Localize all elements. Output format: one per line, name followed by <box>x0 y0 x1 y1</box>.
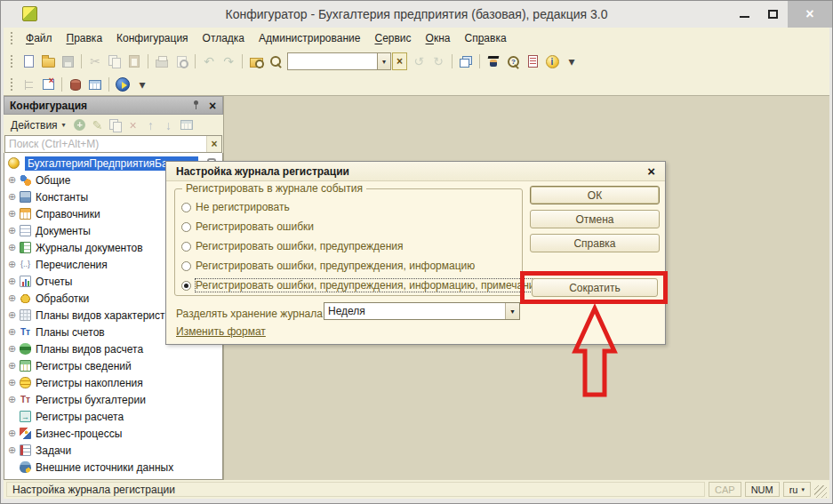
toolbar-overflow-icon[interactable]: ▾ <box>562 52 581 71</box>
close-button[interactable]: × <box>788 1 832 28</box>
print-preview-icon[interactable] <box>172 52 191 71</box>
clear-search-icon[interactable]: × <box>206 136 221 152</box>
expand-icon[interactable]: ⊕ <box>8 192 20 202</box>
syntax-check-icon[interactable] <box>484 52 503 71</box>
clear-search-icon[interactable]: × <box>392 52 407 70</box>
config-structure-icon[interactable] <box>19 75 38 94</box>
redo-icon[interactable]: ↷ <box>219 52 238 71</box>
add-icon[interactable]: + <box>71 116 89 133</box>
radio-button-icon[interactable] <box>181 261 191 271</box>
tree-item[interactable]: ⊕Регистры бухгалтерии <box>4 391 222 408</box>
tree-item[interactable]: ⊕Регистры накопления <box>4 374 222 391</box>
expand-icon[interactable]: ⊕ <box>8 260 20 269</box>
expand-icon[interactable]: ⊕ <box>8 276 20 286</box>
panel-close-icon[interactable]: × <box>206 99 219 113</box>
search-next-icon[interactable]: ↻ <box>429 52 448 71</box>
tree-item[interactable]: ⊕Бизнес-процессы <box>4 425 222 442</box>
config-toolbar-drag-handle[interactable] <box>11 78 13 91</box>
paste-icon[interactable] <box>124 52 144 71</box>
maximize-button[interactable] <box>759 1 786 28</box>
syntax-search-icon[interactable] <box>503 52 523 71</box>
toolbar-search-input[interactable] <box>287 52 378 70</box>
expand-icon[interactable]: ⊕ <box>8 226 20 236</box>
print-icon[interactable] <box>152 52 172 71</box>
radio-button-icon[interactable] <box>181 242 191 252</box>
new-document-icon[interactable] <box>19 52 38 71</box>
expand-icon[interactable]: ⊕ <box>8 344 20 354</box>
start-debugging-icon[interactable] <box>113 75 132 94</box>
menu-item-3[interactable]: Отладка <box>196 29 252 47</box>
radio-option-label: Регистрировать ошибки, предупреждения, и… <box>196 279 541 292</box>
undo-icon[interactable]: ↶ <box>199 52 219 71</box>
debug-overflow-icon[interactable]: ▾ <box>132 75 152 94</box>
zoom-icon[interactable] <box>266 52 285 71</box>
resize-grip[interactable] <box>814 485 827 498</box>
menubar-drag-handle[interactable] <box>11 32 13 44</box>
actions-menu-button[interactable]: Действия ▾ <box>6 117 70 133</box>
delete-icon[interactable]: × <box>124 116 142 133</box>
tree-item[interactable]: Регистры расчета <box>4 408 222 425</box>
radio-option-3[interactable]: Регистрировать ошибки, предупреждения, и… <box>181 256 541 276</box>
menu-item-1[interactable]: Правка <box>60 29 110 47</box>
cancel-button[interactable]: Отмена <box>530 210 660 228</box>
copy-icon[interactable] <box>105 52 124 71</box>
change-format-link[interactable]: Изменить формат <box>176 325 266 338</box>
radio-button-icon[interactable] <box>181 222 191 232</box>
expand-icon[interactable]: ⊕ <box>8 361 20 371</box>
config-table-icon[interactable] <box>85 75 105 94</box>
period-combobox[interactable]: Неделя ▼ <box>324 302 520 320</box>
list-icon[interactable] <box>178 116 196 133</box>
menu-item-7[interactable]: Справка <box>457 29 513 47</box>
minimize-button[interactable] <box>731 1 757 28</box>
dialog-title-bar[interactable]: Настройка журнала регистрации × <box>166 162 665 181</box>
syntax-help-icon[interactable] <box>523 52 542 71</box>
expand-icon[interactable]: ⊕ <box>8 293 20 303</box>
move-down-icon[interactable]: ↓ <box>160 116 178 133</box>
radio-option-0[interactable]: Не регистрировать <box>181 197 541 217</box>
menu-item-2[interactable]: Конфигурация <box>109 29 196 47</box>
tree-item[interactable]: ⊕Регистры сведений <box>4 357 222 374</box>
open-icon[interactable] <box>38 52 58 71</box>
expand-icon[interactable]: ⊕ <box>8 310 20 320</box>
radio-option-1[interactable]: Регистрировать ошибки <box>181 217 541 236</box>
expand-icon[interactable]: ⊕ <box>8 209 20 219</box>
search-prev-icon[interactable]: ↺ <box>409 52 429 71</box>
expand-icon[interactable]: ⊕ <box>8 395 20 404</box>
expand-icon[interactable]: ⊕ <box>8 175 20 185</box>
expand-icon[interactable]: ⊕ <box>8 243 20 252</box>
chevron-down-icon[interactable]: ▼ <box>505 303 519 319</box>
main-toolbar-drag-handle[interactable] <box>11 55 13 68</box>
expand-icon[interactable]: ⊕ <box>8 378 20 388</box>
config-window-icon[interactable] <box>38 75 58 94</box>
save-icon[interactable] <box>58 52 77 71</box>
radio-option-4[interactable]: Регистрировать ошибки, предупреждения, и… <box>181 276 541 295</box>
menu-item-0[interactable]: Файл <box>19 29 60 47</box>
menu-item-5[interactable]: Сервис <box>367 29 418 47</box>
language-selector[interactable]: ru ▾ <box>783 482 811 497</box>
database-icon[interactable] <box>66 75 85 94</box>
edit-icon[interactable]: ✎ <box>89 116 107 133</box>
ok-button[interactable]: ОК <box>530 186 660 204</box>
expand-icon[interactable]: ⊕ <box>8 428 20 438</box>
info-icon[interactable] <box>542 52 562 71</box>
clone-icon[interactable] <box>107 116 124 133</box>
dialog-close-icon[interactable]: × <box>645 164 658 179</box>
menu-item-4[interactable]: Администрирование <box>252 29 367 47</box>
expand-icon[interactable]: ⊕ <box>8 445 20 455</box>
radio-button-icon[interactable] <box>181 203 191 212</box>
menu-item-6[interactable]: Окна <box>419 29 458 47</box>
tree-item[interactable]: ⊕Задачи <box>4 442 222 459</box>
chevron-down-icon[interactable]: ▾ <box>378 52 391 70</box>
copy-window-icon[interactable] <box>456 52 476 71</box>
help-button[interactable]: Справка <box>530 234 660 252</box>
radio-button-icon[interactable] <box>181 281 191 291</box>
tree-search-input[interactable] <box>5 138 206 150</box>
expand-icon[interactable]: ⊕ <box>8 327 20 337</box>
move-up-icon[interactable]: ↑ <box>142 116 160 133</box>
pin-icon[interactable] <box>192 100 200 111</box>
shrink-button[interactable]: Сократить <box>532 278 658 297</box>
tree-item[interactable]: Внешние источники данных <box>4 459 222 476</box>
radio-option-2[interactable]: Регистрировать ошибки, предупреждения <box>181 236 541 256</box>
cut-icon[interactable]: ✂ <box>85 52 105 71</box>
global-search-icon[interactable] <box>246 52 266 71</box>
